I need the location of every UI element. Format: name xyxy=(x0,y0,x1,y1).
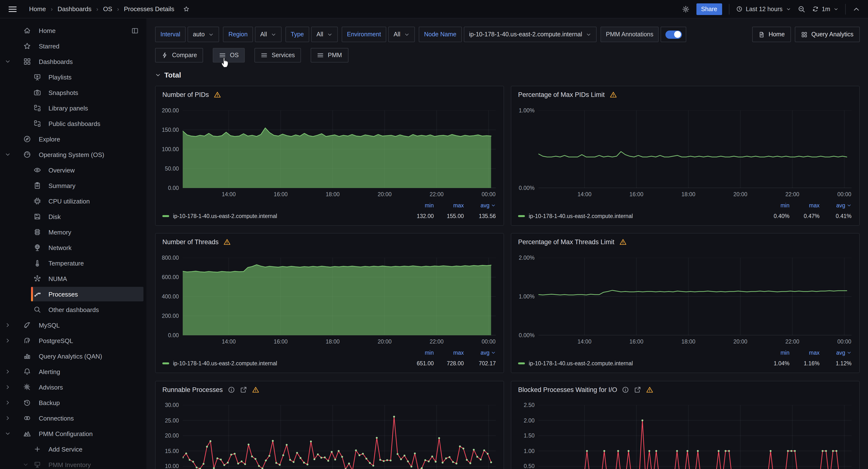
query-analytics-button[interactable]: Query Analytics xyxy=(795,27,860,42)
legend-sort-min[interactable]: min xyxy=(404,202,434,208)
legend-sort-avg[interactable]: avg xyxy=(464,350,496,356)
pmm-link-button[interactable]: PMM xyxy=(311,48,348,63)
sidebar-item-pmm-inventory[interactable]: PMM Inventory xyxy=(0,457,146,469)
region-select[interactable]: All xyxy=(255,27,282,42)
services-link-button[interactable]: Services xyxy=(255,48,301,63)
panel-title[interactable]: Number of Threads xyxy=(162,238,219,245)
legend-sort-min[interactable]: min xyxy=(760,350,789,356)
refresh-button[interactable]: 1m xyxy=(812,6,838,12)
node-name-select[interactable]: ip-10-178-1-40.us-east-2.compute.interna… xyxy=(464,27,597,42)
panel-title[interactable]: Number of PIDs xyxy=(162,91,209,98)
chart-runnable-processes[interactable] xyxy=(183,405,496,469)
legend-sort-avg[interactable]: avg xyxy=(819,350,851,356)
chart-number-of-threads[interactable] xyxy=(183,258,496,335)
sidebar-item-public-dashboards[interactable]: Public dashboards xyxy=(0,116,146,131)
chevron-down-icon[interactable] xyxy=(5,59,11,64)
share-button[interactable]: Share xyxy=(696,3,722,15)
os-link-button[interactable]: OS xyxy=(213,48,245,63)
series-name[interactable]: ip-10-178-1-40.us-east-2.compute.interna… xyxy=(173,361,404,366)
panel-title[interactable]: Percentage of Max Threads Limit xyxy=(518,238,614,245)
sidebar-item-pmm-configuration[interactable]: PMM Configuration xyxy=(0,426,146,441)
environment-select[interactable]: All xyxy=(388,27,415,42)
panel-right-icon[interactable] xyxy=(131,27,138,34)
breadcrumb-home[interactable]: Home xyxy=(29,5,46,12)
legend-sort-min[interactable]: min xyxy=(760,202,789,208)
info-icon[interactable] xyxy=(622,386,629,393)
home-dashboard-button[interactable]: Home xyxy=(752,27,791,42)
chart-number-of-pids[interactable] xyxy=(183,111,496,188)
legend-sort-max[interactable]: max xyxy=(434,202,464,208)
sidebar-item-playlists[interactable]: Playlists xyxy=(0,69,146,85)
chart-pct-max-threads[interactable] xyxy=(538,258,851,335)
warning-icon[interactable] xyxy=(610,91,617,98)
sidebar-item-explore[interactable]: Explore xyxy=(0,131,146,147)
series-name[interactable]: ip-10-178-1-40.us-east-2.compute.interna… xyxy=(529,213,760,219)
chevron-right-icon[interactable] xyxy=(5,400,11,406)
sidebar-item-add-service[interactable]: Add Service xyxy=(0,441,146,457)
compare-link-button[interactable]: Compare xyxy=(155,48,203,63)
sidebar-item-cpu-utilization[interactable]: CPU utilization xyxy=(0,193,146,209)
sidebar-item-operating-system[interactable]: Operating System (OS) xyxy=(0,147,146,162)
sidebar-item-advisors[interactable]: Advisors xyxy=(0,379,146,395)
chart-blocked-processes[interactable] xyxy=(538,405,851,469)
series-name[interactable]: ip-10-178-1-40.us-east-2.compute.interna… xyxy=(173,213,404,219)
legend-sort-max[interactable]: max xyxy=(434,350,464,356)
sidebar-item-summary[interactable]: Summary xyxy=(0,178,146,193)
panel-title[interactable]: Percentage of Max PIDs Limit xyxy=(518,91,604,98)
sidebar-item-overview[interactable]: Overview xyxy=(0,162,146,178)
sidebar-item-other-dashboards[interactable]: Other dashboards xyxy=(0,302,146,317)
type-select[interactable]: All xyxy=(311,27,338,42)
sidebar-item-postgresql[interactable]: PostgreSQL xyxy=(0,333,146,348)
chart-pct-max-pids[interactable] xyxy=(538,111,851,188)
sidebar-item-home[interactable]: Home xyxy=(0,23,146,38)
sidebar-item-processes[interactable]: Processes xyxy=(0,286,146,302)
sidebar-item-network[interactable]: Network xyxy=(0,240,146,255)
sidebar-item-memory[interactable]: Memory xyxy=(0,224,146,240)
interval-select[interactable]: auto xyxy=(188,27,219,42)
breadcrumb-os[interactable]: OS xyxy=(103,5,113,12)
panel-title[interactable]: Runnable Processes xyxy=(162,386,223,393)
sidebar-item-starred[interactable]: Starred xyxy=(0,38,146,54)
pmm-annotations-toggle[interactable] xyxy=(660,27,686,42)
dashboard-settings-gear-icon[interactable] xyxy=(682,5,689,13)
sidebar-item-disk[interactable]: Disk xyxy=(0,209,146,224)
favorite-star-icon[interactable] xyxy=(183,6,189,12)
sidebar-item-library-panels[interactable]: Library panels xyxy=(0,100,146,116)
warning-icon[interactable] xyxy=(252,386,259,393)
info-icon[interactable] xyxy=(227,386,235,393)
collapse-topbar-icon[interactable] xyxy=(852,5,860,13)
sidebar-item-snapshots[interactable]: Snapshots xyxy=(0,85,146,100)
legend-sort-min[interactable]: min xyxy=(404,350,434,356)
sidebar-item-numa[interactable]: NUMA xyxy=(0,271,146,286)
sidebar-item-alerting[interactable]: Alerting xyxy=(0,364,146,379)
chevron-right-icon[interactable] xyxy=(5,338,11,344)
warning-icon[interactable] xyxy=(646,386,654,393)
external-link-icon[interactable] xyxy=(240,386,247,393)
hamburger-menu-icon[interactable] xyxy=(8,4,18,14)
sidebar-item-connections[interactable]: Connections xyxy=(0,410,146,426)
chevron-right-icon[interactable] xyxy=(5,415,11,421)
external-link-icon[interactable] xyxy=(634,386,642,393)
section-total-header[interactable]: Total xyxy=(155,71,181,79)
legend-sort-avg[interactable]: avg xyxy=(464,202,496,208)
legend-sort-max[interactable]: max xyxy=(789,202,819,208)
panel-title[interactable]: Blocked Processes Waiting for I/O xyxy=(518,386,617,393)
sidebar-item-temperature[interactable]: Temperature xyxy=(0,255,146,271)
chevron-down-icon[interactable] xyxy=(5,431,11,437)
sidebar-item-backup[interactable]: Backup xyxy=(0,395,146,410)
warning-icon[interactable] xyxy=(214,91,221,98)
sidebar-item-query-analytics-qan[interactable]: Query Analytics (QAN) xyxy=(0,348,146,364)
warning-icon[interactable] xyxy=(619,238,626,245)
chevron-down-icon[interactable] xyxy=(23,462,29,468)
time-range-picker[interactable]: Last 12 hours xyxy=(736,6,791,12)
sidebar-item-mysql[interactable]: MySQL xyxy=(0,317,146,333)
legend-sort-max[interactable]: max xyxy=(789,350,819,356)
chevron-down-icon[interactable] xyxy=(5,152,11,157)
legend-sort-avg[interactable]: avg xyxy=(819,202,851,208)
warning-icon[interactable] xyxy=(223,238,231,245)
series-name[interactable]: ip-10-178-1-40.us-east-2.compute.interna… xyxy=(529,361,760,366)
chevron-right-icon[interactable] xyxy=(5,384,11,390)
sidebar-item-dashboards[interactable]: Dashboards xyxy=(0,54,146,69)
zoom-out-icon[interactable] xyxy=(798,5,805,13)
chevron-right-icon[interactable] xyxy=(5,369,11,375)
